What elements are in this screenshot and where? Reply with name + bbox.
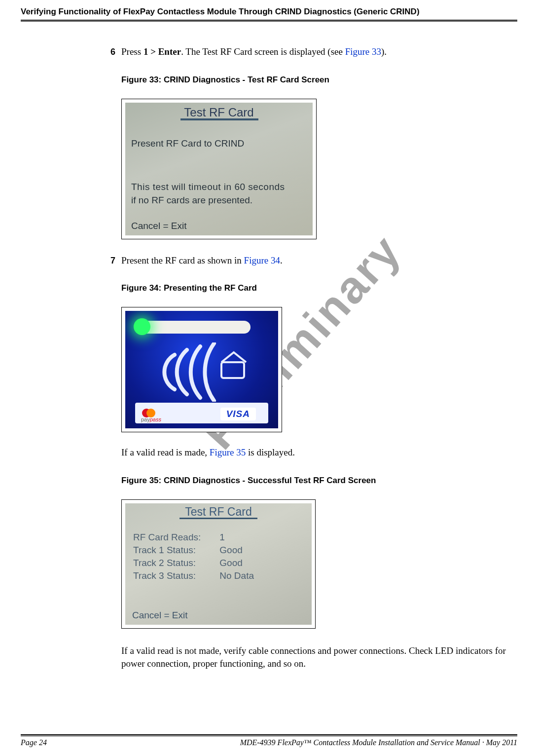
f33-underline: [180, 118, 258, 120]
figure-34-panel: paypass VISA: [125, 311, 278, 428]
footer-rule-bottom: [21, 736, 517, 736]
f35-r3-label: Track 2 Status:: [133, 557, 218, 568]
figure-33-frame: Test RF Card Present RF Card to CRIND Th…: [121, 99, 317, 239]
f33-line2: This test will timeout in 60 seconds: [131, 182, 285, 192]
step-number-6: 6: [100, 47, 115, 57]
table-row: Track 2 Status:Good: [133, 557, 254, 568]
contactless-icon: [155, 342, 253, 402]
step-6-figure-link[interactable]: Figure 33: [345, 46, 381, 57]
visa-logo: VISA: [220, 408, 256, 420]
table-row: Track 1 Status:Good: [133, 544, 254, 556]
step-7-tail: .: [280, 255, 283, 265]
step-6-bold: 1 > Enter: [143, 46, 181, 57]
f33-title: Test RF Card: [125, 106, 313, 119]
f35-r2-label: Track 1 Status:: [133, 544, 218, 556]
f33-line3: if no RF cards are presented.: [131, 195, 252, 206]
figure-35-frame: Test RF Card RF Card Reads:1 Track 1 Sta…: [121, 499, 316, 629]
valid-read-post: is displayed.: [246, 447, 295, 457]
figure-33-caption: Figure 33: CRIND Diagnostics - Test RF C…: [121, 75, 517, 85]
step-7-text: Present the RF card as shown in Figure 3…: [121, 254, 283, 267]
step-7-pre: Present the RF card as shown in: [121, 255, 244, 265]
step-number-7: 7: [100, 256, 115, 266]
f35-r2-value: Good: [219, 544, 254, 556]
valid-read-paragraph: If a valid read is made, Figure 35 is di…: [121, 446, 517, 459]
f35-title: Test RF Card: [125, 505, 312, 519]
figure-35-link[interactable]: Figure 35: [210, 447, 246, 457]
footer-rule-top: [21, 734, 517, 735]
f35-r4-value: No Data: [219, 569, 254, 581]
running-head: Verifying Functionality of FlexPay Conta…: [21, 0, 517, 20]
step-6-post: . The Test RF Card screen is displayed (…: [181, 46, 345, 57]
footer-page-number: Page 24: [21, 738, 47, 747]
step-6-tail: ).: [381, 46, 387, 57]
f35-results-table: RF Card Reads:1 Track 1 Status:Good Trac…: [132, 530, 255, 582]
step-6-pre: Press: [121, 46, 143, 57]
valid-read-pre: If a valid read is made,: [121, 447, 210, 457]
f35-r1-label: RF Card Reads:: [133, 531, 218, 543]
header-rule-top: [21, 20, 517, 21]
paypass-label: paypass: [141, 416, 161, 422]
footer-doc-title: MDE-4939 FlexPay™ Contactless Module Ins…: [240, 738, 517, 747]
figure-33-screen: Test RF Card Present RF Card to CRIND Th…: [125, 103, 313, 235]
invalid-read-paragraph: If a valid read is not made, verify cabl…: [121, 644, 517, 670]
f35-r1-value: 1: [219, 531, 254, 543]
f35-r4-label: Track 3 Status:: [133, 569, 218, 581]
table-row: Track 3 Status:No Data: [133, 569, 254, 581]
footer: Page 24 MDE-4939 FlexPay™ Contactless Mo…: [21, 734, 517, 747]
f34-card-slot: [137, 321, 251, 334]
svg-rect-0: [221, 362, 244, 378]
step-6-text: Press 1 > Enter. The Test RF Card screen…: [121, 45, 387, 58]
table-row: RF Card Reads:1: [133, 531, 254, 543]
figure-34-caption: Figure 34: Presenting the RF Card: [121, 283, 517, 293]
figure-34-frame: paypass VISA: [121, 307, 282, 432]
figure-35-screen: Test RF Card RF Card Reads:1 Track 1 Sta…: [125, 503, 312, 625]
figure-35-caption: Figure 35: CRIND Diagnostics - Successfu…: [121, 476, 517, 486]
f35-r3-value: Good: [219, 557, 254, 568]
f33-cancel: Cancel = Exit: [131, 221, 186, 231]
f35-cancel: Cancel = Exit: [132, 610, 187, 621]
step-7-figure-link[interactable]: Figure 34: [244, 255, 280, 265]
f35-underline: [179, 518, 257, 519]
f33-line1: Present RF Card to CRIND: [131, 138, 244, 149]
header-rule-bottom: [21, 21, 517, 22]
